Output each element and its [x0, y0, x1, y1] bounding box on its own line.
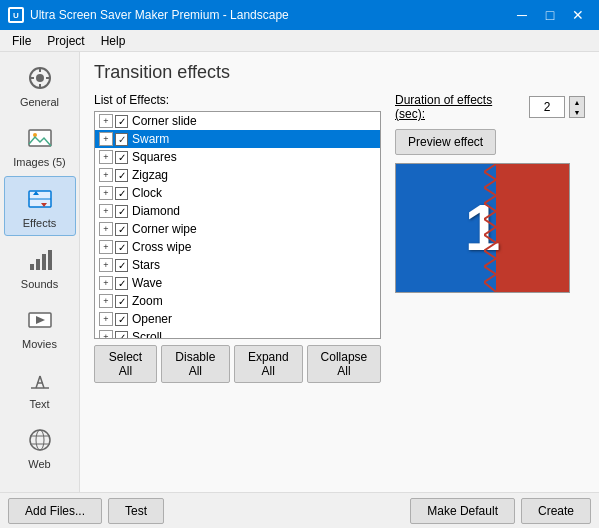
- effect-item[interactable]: +✓Corner slide: [95, 112, 380, 130]
- page-title: Transition effects: [94, 62, 585, 83]
- effect-name-label: Scroll: [132, 330, 162, 339]
- effect-item[interactable]: +✓Stars: [95, 256, 380, 274]
- duration-input[interactable]: [529, 96, 565, 118]
- sidebar: General Images (5): [0, 52, 80, 492]
- menubar: File Project Help: [0, 30, 599, 52]
- close-button[interactable]: ✕: [565, 5, 591, 25]
- expand-icon[interactable]: +: [99, 258, 113, 272]
- expand-icon[interactable]: +: [99, 276, 113, 290]
- sidebar-item-text[interactable]: Text: [4, 358, 76, 416]
- expand-icon[interactable]: +: [99, 114, 113, 128]
- svg-point-3: [36, 74, 44, 82]
- web-icon: [24, 424, 56, 456]
- sidebar-item-movies-label: Movies: [22, 338, 57, 350]
- effect-checkbox[interactable]: ✓: [115, 187, 128, 200]
- add-files-button[interactable]: Add Files...: [8, 498, 102, 524]
- effect-checkbox[interactable]: ✓: [115, 331, 128, 340]
- minimize-button[interactable]: ─: [509, 5, 535, 25]
- maximize-button[interactable]: □: [537, 5, 563, 25]
- effect-checkbox[interactable]: ✓: [115, 223, 128, 236]
- effects-panel: List of Effects: +✓Corner slide+✓Swarm+✓…: [94, 93, 381, 383]
- images-icon: [24, 122, 56, 154]
- bottom-left: Add Files... Test: [8, 498, 164, 524]
- sidebar-item-images[interactable]: Images (5): [4, 116, 76, 174]
- expand-icon[interactable]: +: [99, 312, 113, 326]
- action-buttons-row: Select All Disable All Expand All Collap…: [94, 345, 381, 383]
- effect-item[interactable]: +✓Swarm: [95, 130, 380, 148]
- expand-icon[interactable]: +: [99, 132, 113, 146]
- effects-listbox[interactable]: +✓Corner slide+✓Swarm+✓Squares+✓Zigzag+✓…: [94, 111, 381, 339]
- effect-checkbox[interactable]: ✓: [115, 295, 128, 308]
- effect-item[interactable]: +✓Corner wipe: [95, 220, 380, 238]
- effect-item[interactable]: +✓Wave: [95, 274, 380, 292]
- effect-checkbox[interactable]: ✓: [115, 277, 128, 290]
- effect-item[interactable]: +✓Opener: [95, 310, 380, 328]
- duration-spinner: ▲ ▼: [569, 96, 585, 118]
- duration-label[interactable]: Duration of effects (sec):: [395, 93, 525, 121]
- expand-icon[interactable]: +: [99, 186, 113, 200]
- select-all-button[interactable]: Select All: [94, 345, 157, 383]
- transition-zigzag: [484, 164, 508, 292]
- effect-name-label: Zoom: [132, 294, 163, 308]
- effect-checkbox[interactable]: ✓: [115, 151, 128, 164]
- expand-icon[interactable]: +: [99, 240, 113, 254]
- create-button[interactable]: Create: [521, 498, 591, 524]
- expand-icon[interactable]: +: [99, 222, 113, 236]
- make-default-button[interactable]: Make Default: [410, 498, 515, 524]
- effect-name-label: Corner wipe: [132, 222, 197, 236]
- titlebar-title: Ultra Screen Saver Maker Premium - Lands…: [30, 8, 289, 22]
- sounds-icon: [24, 244, 56, 276]
- expand-icon[interactable]: +: [99, 330, 113, 339]
- general-icon: [24, 62, 56, 94]
- sidebar-item-general[interactable]: General: [4, 56, 76, 114]
- svg-text:U: U: [13, 11, 19, 20]
- effect-checkbox[interactable]: ✓: [115, 313, 128, 326]
- expand-icon[interactable]: +: [99, 294, 113, 308]
- effect-checkbox[interactable]: ✓: [115, 115, 128, 128]
- effect-item[interactable]: +✓Cross wipe: [95, 238, 380, 256]
- sidebar-item-movies[interactable]: Movies: [4, 298, 76, 356]
- effect-item[interactable]: +✓Scroll: [95, 328, 380, 339]
- expand-icon[interactable]: +: [99, 150, 113, 164]
- sidebar-item-web[interactable]: Web: [4, 418, 76, 476]
- spinner-down[interactable]: ▼: [570, 107, 584, 117]
- sidebar-item-effects[interactable]: Effects: [4, 176, 76, 236]
- effect-name-label: Squares: [132, 150, 177, 164]
- collapse-all-button[interactable]: Collapse All: [307, 345, 381, 383]
- effect-checkbox[interactable]: ✓: [115, 133, 128, 146]
- effect-name-label: Zigzag: [132, 168, 168, 182]
- expand-all-button[interactable]: Expand All: [234, 345, 303, 383]
- effect-name-label: Stars: [132, 258, 160, 272]
- effect-item[interactable]: +✓Squares: [95, 148, 380, 166]
- spinner-up[interactable]: ▲: [570, 97, 584, 107]
- sidebar-item-sounds[interactable]: Sounds: [4, 238, 76, 296]
- test-button[interactable]: Test: [108, 498, 164, 524]
- disable-all-button[interactable]: Disable All: [161, 345, 230, 383]
- effects-list-label: List of Effects:: [94, 93, 381, 107]
- svg-rect-16: [42, 254, 46, 270]
- app-icon: U: [8, 7, 24, 23]
- menu-help[interactable]: Help: [93, 32, 134, 50]
- effect-checkbox[interactable]: ✓: [115, 259, 128, 272]
- effect-name-label: Clock: [132, 186, 162, 200]
- expand-icon[interactable]: +: [99, 204, 113, 218]
- bottom-bar: Add Files... Test Make Default Create: [0, 492, 599, 528]
- effect-name-label: Swarm: [132, 132, 169, 146]
- effect-checkbox[interactable]: ✓: [115, 169, 128, 182]
- expand-icon[interactable]: +: [99, 168, 113, 182]
- effect-checkbox[interactable]: ✓: [115, 241, 128, 254]
- menu-file[interactable]: File: [4, 32, 39, 50]
- preview-effect-button[interactable]: Preview effect: [395, 129, 496, 155]
- bottom-right: Make Default Create: [410, 498, 591, 524]
- effect-item[interactable]: +✓Zoom: [95, 292, 380, 310]
- effect-item[interactable]: +✓Diamond: [95, 202, 380, 220]
- effect-item[interactable]: +✓Zigzag: [95, 166, 380, 184]
- content-area: Transition effects List of Effects: +✓Co…: [80, 52, 599, 492]
- menu-project[interactable]: Project: [39, 32, 92, 50]
- effect-item[interactable]: +✓Clock: [95, 184, 380, 202]
- svg-rect-15: [36, 259, 40, 270]
- titlebar: U Ultra Screen Saver Maker Premium - Lan…: [0, 0, 599, 30]
- movies-icon: [24, 304, 56, 336]
- effect-checkbox[interactable]: ✓: [115, 205, 128, 218]
- duration-row: Duration of effects (sec): ▲ ▼: [395, 93, 585, 121]
